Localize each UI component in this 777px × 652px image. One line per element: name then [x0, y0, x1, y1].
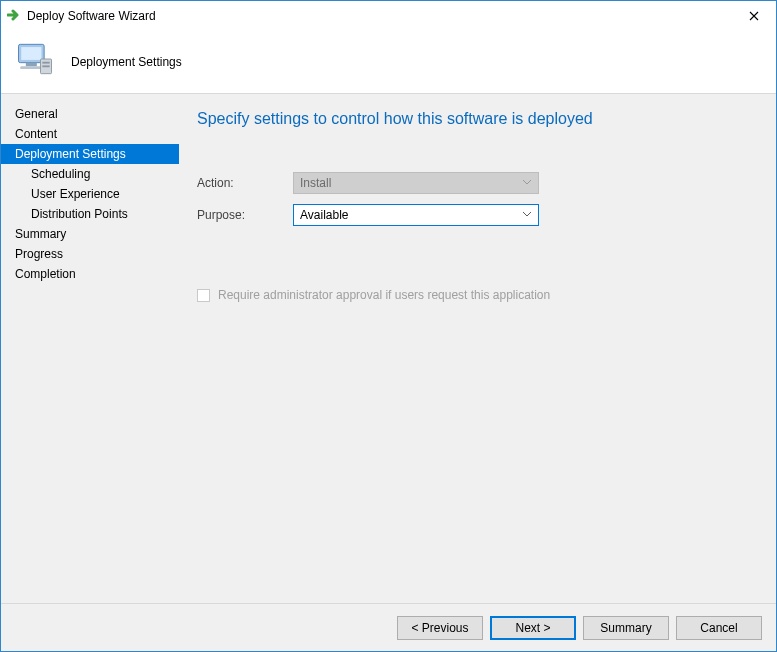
chevron-down-icon	[520, 180, 534, 186]
wizard-sidebar: GeneralContentDeployment SettingsSchedul…	[1, 94, 179, 603]
approval-row: Require administrator approval if users …	[197, 288, 746, 302]
computer-icon	[13, 37, 57, 84]
next-button[interactable]: Next >	[490, 616, 576, 640]
svg-rect-3	[20, 66, 42, 69]
sidebar-item-content[interactable]: Content	[1, 124, 179, 144]
wizard-window: Deploy Software Wizard Deployment Settin…	[0, 0, 777, 652]
previous-button[interactable]: < Previous	[397, 616, 483, 640]
purpose-dropdown[interactable]: Available	[293, 204, 539, 226]
action-value: Install	[300, 176, 520, 190]
cancel-button[interactable]: Cancel	[676, 616, 762, 640]
action-dropdown: Install	[293, 172, 539, 194]
content-heading: Specify settings to control how this sof…	[197, 110, 746, 128]
wizard-body: GeneralContentDeployment SettingsSchedul…	[1, 94, 776, 603]
window-title: Deploy Software Wizard	[23, 9, 732, 23]
svg-rect-5	[42, 61, 49, 63]
wizard-content: Specify settings to control how this sof…	[179, 94, 776, 603]
wizard-footer: < Previous Next > Summary Cancel	[1, 603, 776, 651]
approval-label: Require administrator approval if users …	[218, 288, 550, 302]
sidebar-item-completion[interactable]: Completion	[1, 264, 179, 284]
purpose-label: Purpose:	[197, 208, 293, 222]
action-row: Action: Install	[197, 172, 746, 194]
purpose-row: Purpose: Available	[197, 204, 746, 226]
sidebar-item-user-experience[interactable]: User Experience	[1, 184, 179, 204]
wizard-header: Deployment Settings	[1, 31, 776, 93]
sidebar-item-scheduling[interactable]: Scheduling	[1, 164, 179, 184]
svg-rect-6	[42, 65, 49, 67]
close-button[interactable]	[732, 1, 776, 31]
sidebar-item-distribution-points[interactable]: Distribution Points	[1, 204, 179, 224]
purpose-value: Available	[300, 208, 520, 222]
sidebar-item-progress[interactable]: Progress	[1, 244, 179, 264]
page-title: Deployment Settings	[71, 55, 182, 69]
chevron-down-icon	[520, 212, 534, 218]
sidebar-item-general[interactable]: General	[1, 104, 179, 124]
titlebar: Deploy Software Wizard	[1, 1, 776, 31]
approval-checkbox	[197, 289, 210, 302]
sidebar-item-deployment-settings[interactable]: Deployment Settings	[1, 144, 179, 164]
action-label: Action:	[197, 176, 293, 190]
sidebar-item-summary[interactable]: Summary	[1, 224, 179, 244]
svg-rect-1	[21, 47, 41, 60]
svg-rect-2	[26, 62, 37, 66]
app-icon	[7, 7, 23, 26]
summary-button[interactable]: Summary	[583, 616, 669, 640]
